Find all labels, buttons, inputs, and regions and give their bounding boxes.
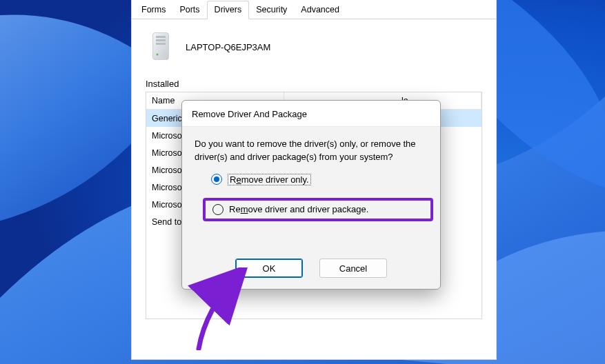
- radio-label: Remove driver only.: [228, 174, 311, 185]
- installed-drivers-label: Installed: [132, 79, 496, 92]
- radio-group: Remove driver only. Remove driver and dr…: [195, 174, 428, 221]
- radio-remove-driver-and-package[interactable]: Remove driver and driver package.: [212, 204, 424, 215]
- tab-security[interactable]: Security: [249, 1, 294, 19]
- dialog-footer: OK Cancel: [182, 252, 440, 289]
- cancel-button[interactable]: Cancel: [319, 259, 387, 278]
- server-name-label: LAPTOP-Q6EJP3AM: [186, 42, 270, 52]
- svg-rect-3: [156, 36, 166, 38]
- radio-icon: [212, 204, 224, 215]
- svg-rect-5: [156, 43, 166, 45]
- dialog-title: Remove Driver And Package: [182, 101, 440, 127]
- svg-rect-4: [156, 39, 166, 41]
- tab-forms[interactable]: Forms: [135, 1, 172, 19]
- tab-strip: Forms Ports Drivers Security Advanced: [132, 0, 496, 19]
- radio-icon: [211, 174, 222, 185]
- server-tower-icon: [148, 32, 176, 62]
- tab-ports[interactable]: Ports: [172, 1, 206, 19]
- tab-advanced[interactable]: Advanced: [294, 1, 346, 19]
- server-header: LAPTOP-Q6EJP3AM: [132, 19, 496, 79]
- ok-button[interactable]: OK: [235, 259, 303, 278]
- tab-drivers[interactable]: Drivers: [207, 1, 250, 19]
- svg-point-6: [157, 54, 159, 56]
- annotation-highlight: Remove driver and driver package.: [203, 198, 433, 221]
- radio-label: Remove driver and driver package.: [229, 204, 368, 214]
- dialog-message: Do you want to remove the driver(s) only…: [195, 138, 428, 164]
- remove-driver-dialog: Remove Driver And Package Do you want to…: [181, 100, 441, 290]
- radio-remove-driver-only[interactable]: Remove driver only.: [211, 174, 428, 185]
